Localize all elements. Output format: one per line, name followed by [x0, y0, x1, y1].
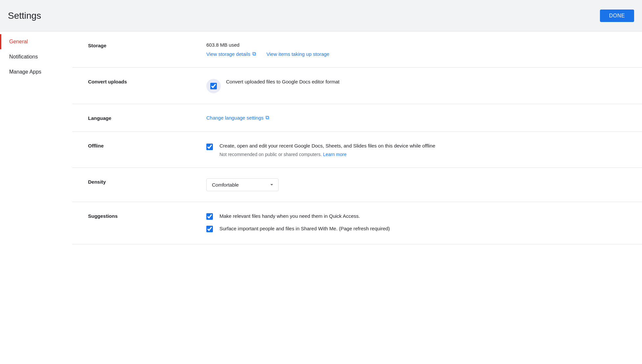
suggestions-checkbox-2-label: Surface important people and files in Sh…	[219, 225, 390, 233]
external-link-icon: ⧉	[252, 51, 256, 57]
sidebar-item-general[interactable]: General	[0, 34, 72, 49]
change-language-link[interactable]: Change language settings ⧉	[206, 115, 269, 121]
storage-label: Storage	[88, 42, 206, 48]
offline-text-block: Create, open and edit your recent Google…	[219, 142, 435, 157]
storage-row: Storage 603.8 MB used View storage detai…	[72, 32, 642, 68]
suggestions-checkbox-row-1: Make relevant files handy when you need …	[206, 213, 626, 221]
suggestions-checkbox-1[interactable]	[206, 213, 213, 220]
offline-checkbox-label: Create, open and edit your recent Google…	[219, 142, 435, 150]
view-items-storage-link[interactable]: View items taking up storage	[266, 51, 330, 57]
suggestions-label: Suggestions	[88, 213, 206, 219]
suggestions-checkbox-1-label: Make relevant files handy when you need …	[219, 213, 360, 220]
sidebar: General Notifications Manage Apps	[0, 32, 72, 364]
offline-label: Offline	[88, 142, 206, 148]
density-value: Comfortable Cozy Compact	[206, 178, 626, 191]
offline-checkbox-container	[206, 144, 214, 151]
language-label: Language	[88, 115, 206, 121]
density-row: Density Comfortable Cozy Compact	[72, 168, 642, 202]
convert-uploads-checkbox[interactable]	[210, 83, 217, 89]
storage-used-text: 603.8 MB used	[206, 42, 626, 48]
offline-sub-text: Not recommended on public or shared comp…	[219, 152, 435, 157]
external-link-icon-language: ⧉	[265, 115, 269, 121]
view-storage-details-link[interactable]: View storage details ⧉	[206, 51, 256, 57]
suggestions-row: Suggestions Make relevant files handy wh…	[72, 202, 642, 244]
language-row: Language Change language settings ⧉	[72, 104, 642, 132]
learn-more-link[interactable]: Learn more	[323, 152, 347, 157]
offline-row: Offline Create, open and edit your recen…	[72, 132, 642, 168]
suggestions-value: Make relevant files handy when you need …	[206, 213, 626, 234]
storage-links: View storage details ⧉ View items taking…	[206, 51, 626, 57]
convert-uploads-value: Convert uploaded files to Google Docs ed…	[206, 78, 626, 93]
page-title: Settings	[8, 11, 41, 21]
offline-checkbox-row: Create, open and edit your recent Google…	[206, 142, 626, 157]
convert-uploads-checkbox-container	[206, 79, 221, 93]
suggestions-checkbox-2[interactable]	[206, 226, 213, 232]
convert-uploads-checkbox-row: Convert uploaded files to Google Docs ed…	[206, 78, 626, 93]
sidebar-item-manage-apps[interactable]: Manage Apps	[0, 64, 72, 80]
convert-uploads-label: Convert uploads	[88, 78, 206, 84]
suggestions-checkbox-1-container	[206, 213, 214, 221]
done-button[interactable]: DONE	[600, 10, 634, 22]
sidebar-item-notifications[interactable]: Notifications	[0, 49, 72, 64]
storage-value: 603.8 MB used View storage details ⧉ Vie…	[206, 42, 626, 57]
header: Settings DONE	[0, 0, 642, 32]
suggestions-checkbox-row-2: Surface important people and files in Sh…	[206, 225, 626, 234]
offline-checkbox[interactable]	[206, 144, 213, 150]
convert-uploads-row: Convert uploads Convert uploaded files t…	[72, 68, 642, 104]
suggestions-checkbox-2-container	[206, 226, 214, 234]
convert-uploads-checkbox-label: Convert uploaded files to Google Docs ed…	[226, 78, 339, 86]
main-layout: General Notifications Manage Apps Storag…	[0, 32, 642, 364]
density-select[interactable]: Comfortable Cozy Compact	[206, 178, 279, 191]
content-area: Storage 603.8 MB used View storage detai…	[72, 32, 642, 364]
language-value: Change language settings ⧉	[206, 115, 626, 121]
offline-value: Create, open and edit your recent Google…	[206, 142, 626, 157]
density-label: Density	[88, 178, 206, 185]
